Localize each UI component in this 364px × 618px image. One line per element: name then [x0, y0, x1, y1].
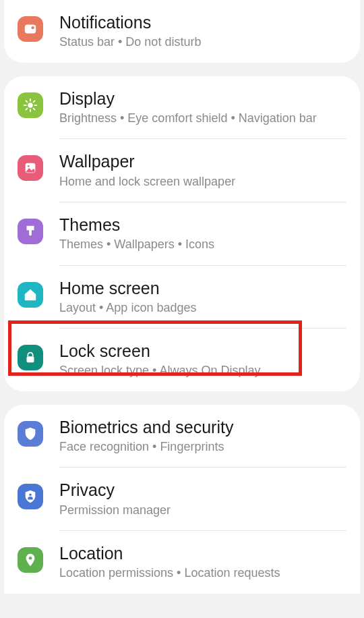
shield-icon	[18, 421, 43, 447]
item-content: Lock screenScreen lock type • Always On …	[59, 341, 349, 379]
item-title: Display	[59, 88, 349, 109]
lock-icon	[18, 345, 43, 370]
item-subtitle: Status bar • Do not disturb	[59, 34, 349, 50]
item-content: ThemesThemes • Wallpapers • Icons	[59, 215, 349, 253]
image-icon	[18, 155, 43, 181]
svg-point-14	[29, 494, 32, 497]
svg-line-10	[34, 101, 35, 102]
settings-item-display[interactable]: DisplayBrightness • Eye comfort shield •…	[4, 76, 360, 139]
settings-item-notifications[interactable]: NotificationsStatus bar • Do not disturb	[4, 0, 360, 63]
pin-icon	[18, 547, 43, 573]
svg-line-9	[26, 108, 27, 109]
svg-point-12	[28, 165, 30, 167]
settings-item-themes[interactable]: ThemesThemes • Wallpapers • Icons	[4, 202, 360, 265]
svg-line-7	[26, 101, 27, 102]
item-subtitle: Home and lock screen wallpaper	[59, 174, 349, 190]
item-title: Notifications	[59, 12, 349, 33]
svg-rect-0	[25, 25, 36, 34]
settings-item-lockscreen[interactable]: Lock screenScreen lock type • Always On …	[4, 329, 360, 391]
message-icon	[18, 16, 43, 42]
settings-item-homescreen[interactable]: Home screenLayout • App icon badges	[4, 266, 360, 329]
settings-item-wallpaper[interactable]: WallpaperHome and lock screen wallpaper	[4, 139, 360, 202]
item-subtitle: Themes • Wallpapers • Icons	[59, 237, 349, 252]
svg-rect-13	[27, 356, 34, 362]
settings-group: DisplayBrightness • Eye comfort shield •…	[4, 76, 360, 391]
settings-item-location[interactable]: LocationLocation permissions • Location …	[4, 531, 360, 594]
item-title: Lock screen	[59, 341, 349, 362]
item-title: Themes	[59, 215, 349, 235]
item-title: Home screen	[59, 278, 349, 299]
svg-line-8	[34, 108, 35, 109]
item-content: Biometrics and securityFace recognition …	[59, 417, 349, 455]
item-title: Biometrics and security	[59, 417, 349, 438]
settings-item-privacy[interactable]: PrivacyPermission manager	[4, 468, 360, 530]
item-content: NotificationsStatus bar • Do not disturb	[59, 12, 349, 51]
settings-group: NotificationsStatus bar • Do not disturb	[4, 0, 360, 63]
item-subtitle: Permission manager	[59, 503, 349, 518]
svg-point-2	[28, 103, 32, 107]
item-subtitle: Face recognition • Fingerprints	[59, 439, 349, 455]
item-subtitle: Screen lock type • Always On Display	[59, 363, 349, 378]
item-subtitle: Layout • App icon badges	[59, 300, 349, 316]
item-content: DisplayBrightness • Eye comfort shield •…	[59, 88, 349, 127]
item-content: WallpaperHome and lock screen wallpaper	[59, 151, 349, 190]
item-title: Privacy	[59, 480, 349, 501]
item-subtitle: Brightness • Eye comfort shield • Naviga…	[59, 111, 349, 126]
brush-icon	[18, 219, 43, 244]
settings-item-biometrics[interactable]: Biometrics and securityFace recognition …	[4, 405, 360, 468]
item-subtitle: Location permissions • Location requests	[59, 565, 349, 581]
item-content: LocationLocation permissions • Location …	[59, 543, 349, 582]
svg-point-15	[29, 557, 32, 560]
item-title: Wallpaper	[59, 151, 349, 172]
home-icon	[18, 282, 43, 308]
privacy-icon	[18, 484, 43, 509]
sun-icon	[18, 92, 43, 118]
item-title: Location	[59, 543, 349, 564]
item-content: Home screenLayout • App icon badges	[59, 278, 349, 316]
settings-group: Biometrics and securityFace recognition …	[4, 405, 360, 594]
item-content: PrivacyPermission manager	[59, 480, 349, 518]
svg-point-1	[32, 26, 34, 29]
